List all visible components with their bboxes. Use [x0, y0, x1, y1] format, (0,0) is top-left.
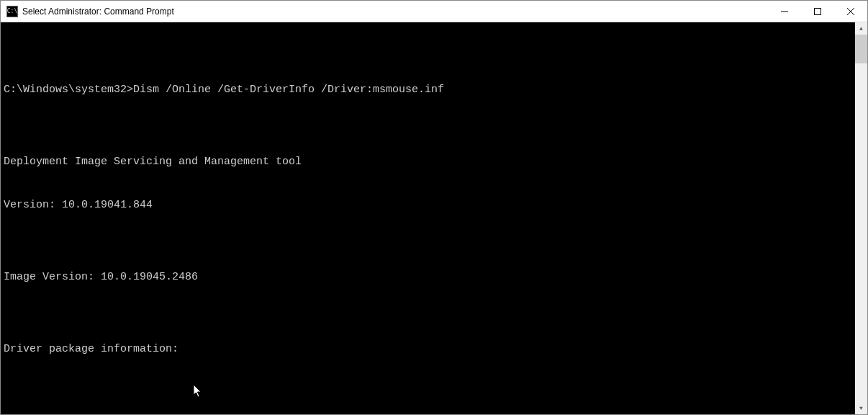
window-title: Select Administrator: Command Prompt [22, 6, 768, 17]
scroll-up-button[interactable]: ▲ [855, 22, 867, 35]
tool-name: Deployment Image Servicing and Managemen… [4, 155, 854, 169]
titlebar[interactable]: C:\ Select Administrator: Command Prompt [1, 1, 867, 22]
minimize-button[interactable] [768, 1, 801, 22]
image-version: Image Version: 10.0.19045.2486 [4, 270, 854, 285]
command-prompt-window: C:\ Select Administrator: Command Prompt… [0, 0, 868, 415]
close-button[interactable] [834, 1, 867, 22]
terminal-area[interactable]: C:\Windows\system32>Dism /Online /Get-Dr… [1, 22, 867, 414]
terminal-content: C:\Windows\system32>Dism /Online /Get-Dr… [4, 25, 854, 414]
scroll-down-button[interactable]: ▼ [855, 402, 867, 414]
driver-pkg-header: Driver package information: [4, 342, 854, 357]
app-icon: C:\ [6, 6, 18, 17]
tool-version: Version: 10.0.19041.844 [4, 198, 854, 213]
prompt: C:\Windows\system32> [4, 84, 133, 96]
svg-rect-1 [815, 8, 821, 14]
vertical-scrollbar[interactable]: ▲ ▼ [855, 22, 867, 414]
command-text: Dism /Online /Get-DriverInfo /Driver:msm… [133, 84, 444, 96]
maximize-button[interactable] [801, 1, 834, 22]
command-line: C:\Windows\system32>Dism /Online /Get-Dr… [4, 83, 854, 97]
scroll-thumb[interactable] [855, 35, 867, 63]
window-controls [768, 1, 867, 22]
